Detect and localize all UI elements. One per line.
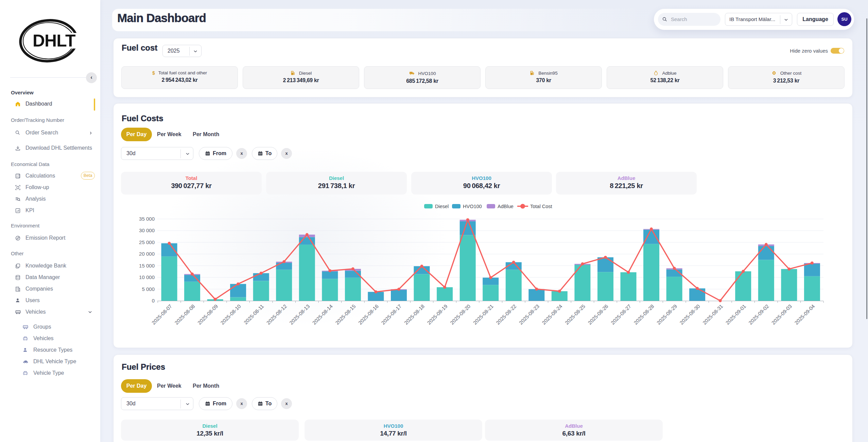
svg-text:2025-08-25: 2025-08-25 <box>564 303 586 326</box>
svg-text:2025-08-16: 2025-08-16 <box>357 303 380 326</box>
svg-text:2025-08-24: 2025-08-24 <box>541 303 563 326</box>
svg-text:2025-08-26: 2025-08-26 <box>587 303 609 326</box>
svg-text:HVO100: HVO100 <box>463 204 482 209</box>
svg-text:2025-08-29: 2025-08-29 <box>656 303 678 326</box>
svg-text:Diesel: Diesel <box>435 204 449 209</box>
svg-text:2025-08-09: 2025-08-09 <box>196 303 219 326</box>
svg-text:2025-08-19: 2025-08-19 <box>426 303 448 326</box>
svg-text:2025-08-18: 2025-08-18 <box>403 303 426 326</box>
svg-text:2025-09-01: 2025-09-01 <box>725 303 747 326</box>
svg-text:0: 0 <box>152 298 155 303</box>
svg-text:2025-08-31: 2025-08-31 <box>701 303 724 326</box>
svg-text:15 000: 15 000 <box>139 263 155 269</box>
svg-text:5 000: 5 000 <box>142 286 155 292</box>
svg-text:2025-08-11: 2025-08-11 <box>243 303 265 325</box>
svg-text:2025-08-15: 2025-08-15 <box>334 303 357 326</box>
svg-text:2025-08-27: 2025-08-27 <box>610 303 632 326</box>
svg-text:2025-08-08: 2025-08-08 <box>173 303 196 326</box>
svg-text:2025-08-17: 2025-08-17 <box>380 303 402 326</box>
svg-text:2025-09-04: 2025-09-04 <box>793 303 816 326</box>
svg-text:AdBlue: AdBlue <box>498 204 514 209</box>
svg-text:2025-08-20: 2025-08-20 <box>449 303 471 326</box>
svg-text:2025-08-22: 2025-08-22 <box>495 303 517 326</box>
svg-text:25 000: 25 000 <box>139 239 155 245</box>
svg-text:2025-08-10: 2025-08-10 <box>219 303 242 326</box>
svg-text:2025-09-03: 2025-09-03 <box>770 303 793 326</box>
svg-text:2025-08-28: 2025-08-28 <box>632 303 655 326</box>
svg-text:10 000: 10 000 <box>139 274 155 280</box>
svg-text:2025-08-12: 2025-08-12 <box>265 303 288 326</box>
svg-text:Total Cost: Total Cost <box>530 204 552 209</box>
svg-text:2025-08-23: 2025-08-23 <box>518 303 540 326</box>
svg-text:2025-08-14: 2025-08-14 <box>311 303 334 326</box>
svg-text:2025-08-07: 2025-08-07 <box>151 303 173 326</box>
svg-text:2025-08-21: 2025-08-21 <box>472 303 494 326</box>
svg-text:30 000: 30 000 <box>139 227 155 233</box>
svg-text:2025-08-13: 2025-08-13 <box>288 303 311 326</box>
svg-text:2025-08-30: 2025-08-30 <box>678 303 701 326</box>
svg-text:DHLT: DHLT <box>33 31 75 50</box>
svg-text:2025-09-02: 2025-09-02 <box>747 303 770 326</box>
svg-text:35 000: 35 000 <box>139 216 155 222</box>
svg-text:20 000: 20 000 <box>139 251 155 257</box>
